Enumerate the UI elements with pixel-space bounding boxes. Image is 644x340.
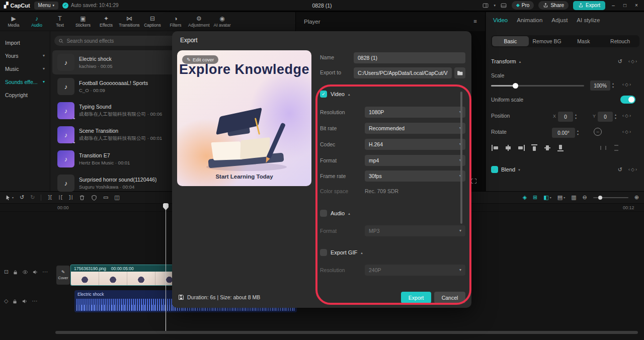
zoom-out-icon[interactable] [583,195,587,200]
bitrate-select[interactable]: Recommended [365,123,465,134]
align-top-icon[interactable] [530,144,538,152]
scale-slider[interactable] [491,85,584,87]
subtab-remove-bg[interactable]: Remove BG [529,36,566,46]
distribute-vertical-icon[interactable] [612,144,620,152]
mute-icon[interactable] [22,298,28,304]
crop-icon[interactable] [103,195,108,200]
tab-filters[interactable]: Filters [165,16,186,28]
audio-checkbox[interactable] [320,210,327,217]
video-checkbox[interactable] [320,91,327,98]
magnet-icon[interactable] [523,195,527,200]
resolution-select[interactable]: 1080P [365,107,465,118]
cover-edit-button[interactable]: Cover [56,266,70,285]
audio-effects-icon[interactable] [4,298,8,304]
position-x-value[interactable]: 0 [558,112,573,122]
tab-text[interactable]: Text [49,16,70,28]
gif-checkbox[interactable] [320,249,327,256]
browse-folder-button[interactable] [454,67,465,78]
slider-handle[interactable] [513,83,518,89]
rotate-value[interactable]: 0.00° [552,128,575,138]
edit-cover-button[interactable]: Edit cover [182,55,218,64]
sidebar-item-import[interactable]: Import [0,36,50,49]
framerate-select[interactable]: 30fps [365,171,465,182]
export-button-titlebar[interactable]: Export [573,1,605,10]
position-x-stepper[interactable] [575,113,577,120]
trim-right-icon[interactable]: ]| [68,195,73,200]
redo-icon[interactable] [30,195,35,200]
layout-panels-icon[interactable] [482,2,489,9]
align-center-horizontal-icon[interactable] [504,144,512,152]
lock-icon[interactable] [12,298,18,304]
track-thumbnail-toggle-icon[interactable] [4,269,9,275]
format-select[interactable]: mp4 [365,155,465,166]
blend-checkbox[interactable] [491,166,498,173]
tab-captions[interactable]: Captions [142,16,163,28]
rotate-stepper[interactable] [577,129,579,136]
video-section-header[interactable]: Video [320,91,350,98]
rotate-keyframe-control[interactable] [622,130,631,134]
export-confirm-button[interactable]: Export [401,292,431,303]
sidebar-item-yours[interactable]: Yours [0,49,50,62]
align-right-icon[interactable] [517,144,525,152]
tab-adjust[interactable]: Adjust [551,17,568,23]
timeline-zoom-slider[interactable] [593,197,628,198]
view-options-icon[interactable] [557,195,565,200]
align-middle-vertical-icon[interactable] [543,144,551,152]
export-path-input[interactable] [354,67,452,78]
maximize-button[interactable] [621,3,628,8]
mirror-icon[interactable] [114,195,119,200]
timeline-scrollbar[interactable] [55,331,638,334]
playhead[interactable] [166,203,166,331]
distribute-horizontal-icon[interactable] [599,144,607,152]
zoom-in-icon[interactable] [634,195,639,200]
align-bottom-icon[interactable] [556,144,565,152]
mask-icon[interactable] [91,194,97,201]
tab-effects[interactable]: Effects [96,16,117,28]
name-input[interactable] [354,52,465,63]
scale-keyframe-control[interactable] [622,82,631,87]
minimize-button[interactable] [610,3,617,8]
pro-badge[interactable]: Pro [512,1,534,10]
cancel-button[interactable]: Cancel [434,292,465,303]
mute-icon[interactable] [32,269,38,275]
audio-section-header[interactable]: Audio [320,210,350,217]
sidebar-item-copyright[interactable]: Copyright [0,89,50,102]
sidebar-item-sound-effects[interactable]: Sounds effe... [0,75,50,89]
reset-transform-icon[interactable] [618,59,622,64]
preview-axis-icon[interactable] [543,195,551,200]
tab-transitions[interactable]: Transitions [119,16,140,28]
close-button[interactable] [633,3,640,8]
fullscreen-icon[interactable] [471,178,477,184]
scale-stepper[interactable] [612,82,614,89]
subtab-retouch[interactable]: Retouch [602,36,638,46]
align-left-icon[interactable] [491,144,499,152]
position-y-value[interactable]: 0 [598,112,613,122]
reset-blend-icon[interactable] [618,167,622,173]
tab-adjustment[interactable]: Adjustment [188,16,210,28]
eye-icon[interactable] [22,269,28,275]
transform-title[interactable]: Transform [491,58,521,64]
layout-compact-icon[interactable] [500,2,507,9]
scale-value[interactable]: 100% [590,80,610,91]
keyframe-control[interactable] [628,59,637,64]
split-icon[interactable]: ][ [47,195,52,200]
delete-icon[interactable] [79,194,85,201]
position-y-stepper[interactable] [615,113,616,120]
tab-ai-avatar[interactable]: AI avatar [212,16,233,28]
blend-keyframe-control[interactable] [628,167,637,172]
uniform-scale-toggle[interactable] [620,96,635,104]
more-icon[interactable] [42,269,48,275]
tab-media[interactable]: Media [3,16,24,28]
subtab-mask[interactable]: Mask [566,36,602,46]
blend-title[interactable]: Blend [491,166,520,173]
tab-stickers[interactable]: Stickers [72,16,94,28]
rotate-knob[interactable] [594,128,602,136]
tab-animation[interactable]: Animation [517,17,542,23]
subtab-basic[interactable]: Basic [492,36,529,46]
position-keyframe-control[interactable] [622,114,631,118]
menu-button[interactable]: Menu [34,2,59,10]
share-button[interactable]: Share [538,1,569,10]
tab-ai-stylize[interactable]: AI stylize [577,17,600,23]
tab-audio[interactable]: Audio [26,16,47,28]
layout-chevron-icon[interactable] [494,4,496,7]
